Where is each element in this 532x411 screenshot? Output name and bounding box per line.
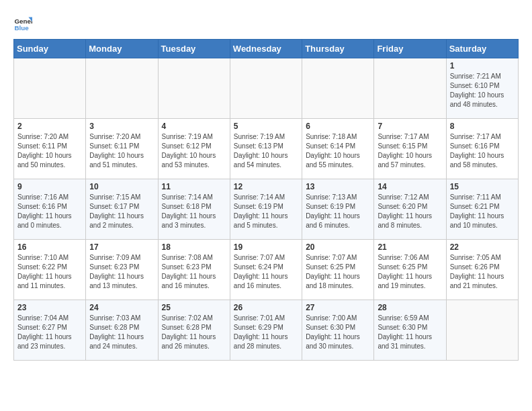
day-number: 15 <box>450 182 515 191</box>
calendar-cell: 25Sunrise: 7:02 AM Sunset: 6:28 PM Dayli… <box>158 300 230 361</box>
calendar-cell: 21Sunrise: 7:06 AM Sunset: 6:25 PM Dayli… <box>374 240 446 300</box>
calendar-week-4: 16Sunrise: 7:10 AM Sunset: 6:22 PM Dayli… <box>14 240 519 300</box>
day-info: Sunrise: 7:13 AM Sunset: 6:19 PM Dayligh… <box>306 193 370 230</box>
calendar-cell: 10Sunrise: 7:15 AM Sunset: 6:17 PM Dayli… <box>86 179 158 240</box>
day-number: 18 <box>162 242 226 252</box>
day-number: 24 <box>89 303 154 312</box>
svg-text:Blue: Blue <box>14 24 29 32</box>
calendar-header: SundayMondayTuesdayWednesdayThursdayFrid… <box>14 40 519 58</box>
calendar-cell: 15Sunrise: 7:11 AM Sunset: 6:21 PM Dayli… <box>446 179 518 240</box>
day-info: Sunrise: 7:16 AM Sunset: 6:16 PM Dayligh… <box>17 193 82 230</box>
day-info: Sunrise: 7:09 AM Sunset: 6:23 PM Dayligh… <box>89 253 154 291</box>
day-info: Sunrise: 7:11 AM Sunset: 6:21 PM Dayligh… <box>450 193 515 230</box>
calendar-cell: 23Sunrise: 7:04 AM Sunset: 6:27 PM Dayli… <box>14 300 86 361</box>
calendar-cell: 28Sunrise: 6:59 AM Sunset: 6:30 PM Dayli… <box>374 300 446 361</box>
calendar-cell: 1Sunrise: 7:21 AM Sunset: 6:10 PM Daylig… <box>446 58 518 119</box>
calendar-cell: 22Sunrise: 7:05 AM Sunset: 6:26 PM Dayli… <box>446 240 518 300</box>
calendar-cell: 20Sunrise: 7:07 AM Sunset: 6:25 PM Dayli… <box>302 240 374 300</box>
day-info: Sunrise: 7:00 AM Sunset: 6:30 PM Dayligh… <box>306 314 370 351</box>
day-number: 2 <box>17 122 82 131</box>
day-info: Sunrise: 7:14 AM Sunset: 6:18 PM Dayligh… <box>162 193 226 230</box>
header-wednesday: Wednesday <box>230 40 302 58</box>
logo-icon: General Blue <box>13 13 32 32</box>
logo: General Blue <box>13 13 35 32</box>
day-info: Sunrise: 7:07 AM Sunset: 6:24 PM Dayligh… <box>234 253 298 291</box>
day-number: 11 <box>162 182 226 191</box>
calendar-cell: 6Sunrise: 7:18 AM Sunset: 6:14 PM Daylig… <box>302 119 374 179</box>
calendar-cell <box>86 58 158 119</box>
day-info: Sunrise: 7:07 AM Sunset: 6:25 PM Dayligh… <box>306 253 370 291</box>
day-info: Sunrise: 7:19 AM Sunset: 6:13 PM Dayligh… <box>234 132 298 170</box>
calendar-cell: 11Sunrise: 7:14 AM Sunset: 6:18 PM Dayli… <box>158 179 230 240</box>
calendar-cell <box>158 58 230 119</box>
day-info: Sunrise: 7:10 AM Sunset: 6:22 PM Dayligh… <box>17 253 82 291</box>
calendar-cell: 18Sunrise: 7:08 AM Sunset: 6:23 PM Dayli… <box>158 240 230 300</box>
day-number: 23 <box>17 303 82 312</box>
day-info: Sunrise: 6:59 AM Sunset: 6:30 PM Dayligh… <box>378 314 442 351</box>
calendar-cell: 16Sunrise: 7:10 AM Sunset: 6:22 PM Dayli… <box>14 240 86 300</box>
day-number: 22 <box>450 242 515 252</box>
calendar-cell: 2Sunrise: 7:20 AM Sunset: 6:11 PM Daylig… <box>14 119 86 179</box>
calendar-cell: 4Sunrise: 7:19 AM Sunset: 6:12 PM Daylig… <box>158 119 230 179</box>
day-number: 27 <box>306 303 370 312</box>
day-info: Sunrise: 7:20 AM Sunset: 6:11 PM Dayligh… <box>17 132 82 170</box>
day-info: Sunrise: 7:15 AM Sunset: 6:17 PM Dayligh… <box>89 193 154 230</box>
calendar-cell: 26Sunrise: 7:01 AM Sunset: 6:29 PM Dayli… <box>230 300 302 361</box>
calendar-cell: 8Sunrise: 7:17 AM Sunset: 6:16 PM Daylig… <box>446 119 518 179</box>
day-info: Sunrise: 7:14 AM Sunset: 6:19 PM Dayligh… <box>234 193 298 230</box>
day-info: Sunrise: 7:20 AM Sunset: 6:11 PM Dayligh… <box>89 132 154 170</box>
day-number: 1 <box>450 61 515 71</box>
calendar-week-1: 1Sunrise: 7:21 AM Sunset: 6:10 PM Daylig… <box>14 58 519 119</box>
calendar-table: SundayMondayTuesdayWednesdayThursdayFrid… <box>13 39 519 361</box>
calendar-cell: 27Sunrise: 7:00 AM Sunset: 6:30 PM Dayli… <box>302 300 374 361</box>
calendar-cell: 13Sunrise: 7:13 AM Sunset: 6:19 PM Dayli… <box>302 179 374 240</box>
calendar-cell: 3Sunrise: 7:20 AM Sunset: 6:11 PM Daylig… <box>86 119 158 179</box>
header-friday: Friday <box>374 40 446 58</box>
header-sunday: Sunday <box>14 40 86 58</box>
day-info: Sunrise: 7:01 AM Sunset: 6:29 PM Dayligh… <box>234 314 298 351</box>
day-info: Sunrise: 7:04 AM Sunset: 6:27 PM Dayligh… <box>17 314 82 351</box>
calendar-cell: 24Sunrise: 7:03 AM Sunset: 6:28 PM Dayli… <box>86 300 158 361</box>
calendar-cell: 9Sunrise: 7:16 AM Sunset: 6:16 PM Daylig… <box>14 179 86 240</box>
calendar-cell: 5Sunrise: 7:19 AM Sunset: 6:13 PM Daylig… <box>230 119 302 179</box>
calendar-cell <box>302 58 374 119</box>
calendar-cell: 14Sunrise: 7:12 AM Sunset: 6:20 PM Dayli… <box>374 179 446 240</box>
calendar-cell <box>374 58 446 119</box>
calendar-cell <box>14 58 86 119</box>
day-number: 19 <box>234 242 298 252</box>
day-info: Sunrise: 7:02 AM Sunset: 6:28 PM Dayligh… <box>162 314 226 351</box>
day-number: 6 <box>306 122 370 131</box>
calendar-cell: 19Sunrise: 7:07 AM Sunset: 6:24 PM Dayli… <box>230 240 302 300</box>
day-info: Sunrise: 7:05 AM Sunset: 6:26 PM Dayligh… <box>450 253 515 291</box>
calendar-cell: 12Sunrise: 7:14 AM Sunset: 6:19 PM Dayli… <box>230 179 302 240</box>
day-number: 20 <box>306 242 370 252</box>
day-number: 10 <box>89 182 154 191</box>
day-number: 21 <box>378 242 442 252</box>
calendar-cell: 7Sunrise: 7:17 AM Sunset: 6:15 PM Daylig… <box>374 119 446 179</box>
day-info: Sunrise: 7:06 AM Sunset: 6:25 PM Dayligh… <box>378 253 442 291</box>
day-number: 3 <box>89 122 154 131</box>
day-number: 25 <box>162 303 226 312</box>
header-tuesday: Tuesday <box>158 40 230 58</box>
calendar-body: 1Sunrise: 7:21 AM Sunset: 6:10 PM Daylig… <box>14 58 519 361</box>
header-monday: Monday <box>86 40 158 58</box>
day-info: Sunrise: 7:08 AM Sunset: 6:23 PM Dayligh… <box>162 253 226 291</box>
day-number: 13 <box>306 182 370 191</box>
day-number: 16 <box>17 242 82 252</box>
day-number: 5 <box>234 122 298 131</box>
day-number: 28 <box>378 303 442 312</box>
header-thursday: Thursday <box>302 40 374 58</box>
calendar-cell: 17Sunrise: 7:09 AM Sunset: 6:23 PM Dayli… <box>86 240 158 300</box>
day-info: Sunrise: 7:19 AM Sunset: 6:12 PM Dayligh… <box>162 132 226 170</box>
header: General Blue <box>13 13 519 32</box>
day-number: 12 <box>234 182 298 191</box>
day-number: 9 <box>17 182 82 191</box>
day-number: 8 <box>450 122 515 131</box>
calendar-week-2: 2Sunrise: 7:20 AM Sunset: 6:11 PM Daylig… <box>14 119 519 179</box>
day-info: Sunrise: 7:03 AM Sunset: 6:28 PM Dayligh… <box>89 314 154 351</box>
day-info: Sunrise: 7:12 AM Sunset: 6:20 PM Dayligh… <box>378 193 442 230</box>
day-info: Sunrise: 7:17 AM Sunset: 6:16 PM Dayligh… <box>450 132 515 170</box>
calendar-week-3: 9Sunrise: 7:16 AM Sunset: 6:16 PM Daylig… <box>14 179 519 240</box>
day-number: 14 <box>378 182 442 191</box>
header-saturday: Saturday <box>446 40 518 58</box>
